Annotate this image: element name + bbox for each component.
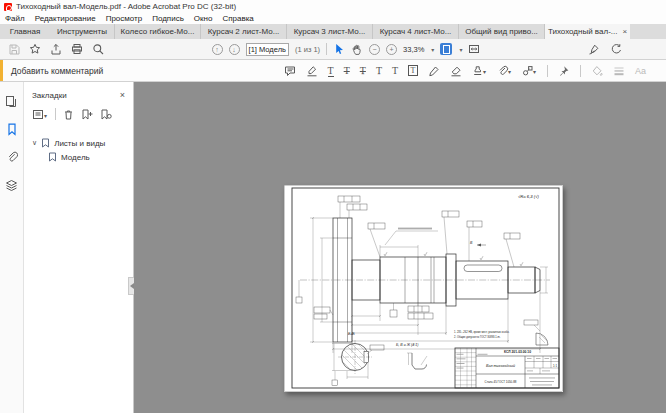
- scale-value: 1:1: [553, 364, 557, 368]
- menu-help[interactable]: Справка: [217, 13, 258, 24]
- print-icon[interactable]: [71, 43, 83, 55]
- section-label: Б-Б: [348, 331, 355, 336]
- bookmark-icon: [41, 138, 50, 148]
- locate-bookmark-icon[interactable]: [100, 109, 112, 120]
- navigation-rail: [0, 82, 24, 413]
- svg-text:▾: ▾: [44, 112, 47, 118]
- fill-sign-icon[interactable]: [588, 43, 600, 55]
- sticky-note-icon[interactable]: [284, 65, 296, 77]
- tab-doc-3[interactable]: Курсач 3 лист-Мо...: [286, 24, 372, 39]
- strikethrough-text-icon[interactable]: T: [344, 65, 350, 76]
- svg-text:2. Общие допуски по ГОСТ 30893: 2. Общие допуски по ГОСТ 30893.1-m.: [454, 335, 501, 339]
- bookmarks-panel: Закладки × ▾ ∨ Листы и: [24, 82, 134, 413]
- bookmarks-tree: ∨ Листы и виды Модель: [24, 126, 133, 164]
- tab-tools[interactable]: Инструменты: [50, 24, 114, 39]
- send-for-review-icon[interactable]: [610, 43, 622, 55]
- bookmark-options-icon[interactable]: ▾: [32, 109, 48, 120]
- search-icon[interactable]: [92, 43, 104, 55]
- svg-text:1. 235...262 НВ, кроме мест, у: 1. 235...262 НВ, кроме мест, указанных о…: [454, 330, 510, 334]
- attachments-panel-icon[interactable]: [6, 151, 18, 164]
- tab-doc-5[interactable]: Общий вид приво...: [458, 24, 544, 39]
- star-icon[interactable]: [29, 43, 41, 55]
- highlight-text-icon[interactable]: [306, 65, 318, 77]
- menu-edit[interactable]: Редактирование: [30, 13, 101, 24]
- bookmark-icon: [48, 152, 57, 162]
- add-text-comment-icon[interactable]: T: [392, 65, 398, 76]
- menu-window[interactable]: Окно: [189, 13, 218, 24]
- fit-width-icon[interactable]: [468, 43, 480, 55]
- layers-panel-icon[interactable]: [5, 179, 18, 192]
- tab-bar: Главная Инструменты Колесо гибкое-Мо... …: [0, 24, 666, 39]
- next-page-icon[interactable]: ↓: [229, 44, 240, 55]
- fit-page-caret-icon[interactable]: ▾: [459, 46, 462, 53]
- tolerance-frames: [296, 196, 523, 319]
- delete-bookmark-icon[interactable]: [63, 109, 74, 120]
- zoom-level-value[interactable]: 33,3%: [403, 45, 424, 54]
- menu-sign[interactable]: Подпись: [147, 13, 189, 24]
- zoom-in-icon[interactable]: +: [386, 44, 397, 55]
- zoom-caret-icon[interactable]: ▾: [431, 46, 434, 53]
- corner-detail: [524, 320, 548, 345]
- comment-separator-2: [580, 65, 581, 77]
- panel-title: Закладки: [32, 91, 67, 100]
- main-area: Закладки × ▾ ∨ Листы и: [0, 82, 666, 413]
- previous-page-icon[interactable]: ↑: [212, 44, 223, 55]
- tab-doc-active[interactable]: Тихоходный вал-... ×: [544, 24, 630, 39]
- close-tab-icon[interactable]: ×: [622, 27, 627, 36]
- svg-text:▾: ▾: [483, 69, 486, 75]
- menu-file[interactable]: Файл: [0, 13, 30, 24]
- fit-page-icon[interactable]: [440, 43, 452, 55]
- tab-doc-4[interactable]: Курсач 4 лист-Мо...: [372, 24, 458, 39]
- view-arrow-label: В: [470, 241, 473, 245]
- underline-text-icon[interactable]: T: [328, 65, 334, 77]
- detail-label: Б, В и Ж (4:1): [396, 343, 418, 347]
- panel-close-icon[interactable]: ×: [120, 90, 125, 100]
- line-thickness-icon[interactable]: [613, 65, 625, 77]
- tab-doc-1[interactable]: Колесо гибкое-Мо...: [114, 24, 200, 39]
- draw-pencil-icon[interactable]: [428, 65, 440, 77]
- menu-bar: Файл Редактирование Просмотр Подпись Окн…: [0, 13, 666, 24]
- fill-color-icon[interactable]: [591, 65, 603, 77]
- window-title: Тихоходный вал-Модель.pdf - Adobe Acroba…: [16, 2, 236, 11]
- detail-view: Б, В и Ж (4:1): [396, 343, 427, 369]
- comment-toolbar: Добавить комментарий T T T^ T^ T T ▾ ▾ ▾: [0, 60, 666, 82]
- acrobat-window: Тихоходный вал-Модель.pdf - Adobe Acroba…: [0, 0, 666, 413]
- page-number-field[interactable]: [1] Модель: [246, 43, 289, 56]
- menu-view[interactable]: Просмотр: [101, 13, 148, 24]
- text-properties-icon[interactable]: Aa: [635, 66, 646, 76]
- insert-text-icon[interactable]: T^: [376, 65, 382, 76]
- text-box-icon[interactable]: T: [408, 65, 418, 76]
- svg-text:▾: ▾: [533, 69, 536, 75]
- zoom-out-icon[interactable]: −: [369, 44, 380, 55]
- replace-text-icon[interactable]: T^: [360, 65, 366, 76]
- hand-tool-icon[interactable]: [351, 43, 363, 55]
- material: Сталь 45 ГОСТ 1050-88: [485, 380, 517, 384]
- new-bookmark-icon[interactable]: [81, 109, 93, 120]
- stamp-icon[interactable]: ▾: [472, 65, 487, 77]
- bookmark-item-model[interactable]: Модель: [24, 150, 133, 164]
- technical-drawing: √Ra 6,3 (√): [284, 185, 563, 392]
- eraser-icon[interactable]: [450, 65, 462, 77]
- roughness-note: √Ra 6,3 (√): [518, 194, 539, 199]
- tab-doc-2[interactable]: Курсач 2 лист-Мо...: [200, 24, 286, 39]
- document-area[interactable]: √Ra 6,3 (√): [134, 82, 666, 413]
- share-icon[interactable]: [50, 43, 62, 55]
- bookmark-item-sheets[interactable]: ∨ Листы и виды: [24, 136, 133, 150]
- page-thumbnails-icon[interactable]: [5, 95, 18, 108]
- keep-tool-pin-icon[interactable]: [558, 65, 570, 77]
- tab-home[interactable]: Главная: [0, 24, 50, 39]
- part-name: Вал тихоходный: [486, 364, 515, 368]
- add-comment-label: Добавить комментарий: [11, 66, 103, 76]
- drawing-frame: [285, 186, 563, 392]
- bookmarks-panel-icon[interactable]: [6, 123, 18, 136]
- technical-notes: 1. 235...262 НВ, кроме мест, указанных о…: [454, 330, 510, 339]
- bookmark-label: Листы и виды: [54, 139, 105, 148]
- select-tool-icon[interactable]: [333, 43, 345, 55]
- pdf-page[interactable]: √Ra 6,3 (√): [284, 185, 563, 392]
- save-icon[interactable]: [8, 43, 20, 55]
- comment-accent-bar: [0, 60, 3, 81]
- dimension-lines: [310, 217, 548, 353]
- attach-file-icon[interactable]: ▾: [497, 65, 512, 77]
- chevron-down-icon[interactable]: ∨: [32, 139, 37, 147]
- drawing-tools-icon[interactable]: ▾: [522, 65, 537, 77]
